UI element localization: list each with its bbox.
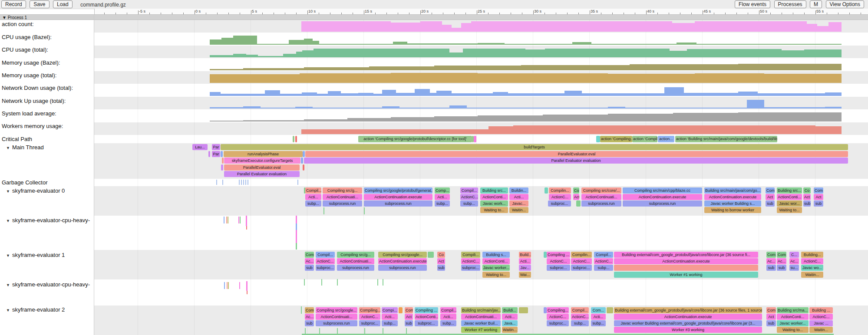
trace-mark[interactable] <box>377 279 378 286</box>
trace-bar[interactable]: Building s... <box>482 252 510 258</box>
trace-bar[interactable] <box>545 187 548 194</box>
trace-bar[interactable]: Com <box>766 252 776 258</box>
counter-cpu-bazel-graph[interactable] <box>0 33 868 46</box>
trace-bar[interactable] <box>596 136 600 142</box>
trace-bar[interactable] <box>607 307 613 313</box>
trace-bar[interactable]: subproc... <box>359 320 380 326</box>
trace-mark[interactable] <box>240 217 241 223</box>
trace-bar[interactable]: Com <box>305 307 314 313</box>
trace-bar[interactable]: Wai... <box>519 272 531 278</box>
row-label[interactable]: ▼skyframe-evaluator 0 <box>2 187 65 194</box>
save-button[interactable]: Save <box>30 0 49 8</box>
trace-bar[interactable]: ParallelEvaluator.eval <box>224 164 300 171</box>
trace-bar[interactable]: subp... <box>435 200 450 207</box>
trace-mark[interactable] <box>296 230 297 243</box>
trace-bar[interactable] <box>544 307 547 313</box>
trace-bar[interactable]: Act <box>766 194 775 200</box>
trace-mark[interactable] <box>239 180 240 185</box>
trace-bar[interactable]: Build... <box>519 252 531 258</box>
trace-bar[interactable]: Compiling ... <box>415 307 438 313</box>
trace-bar[interactable] <box>474 136 476 142</box>
trace-bar[interactable]: Building src... <box>480 187 508 194</box>
trace-bar[interactable]: Waiting to... <box>480 207 508 213</box>
trace-bar[interactable]: C... <box>789 252 799 258</box>
trace-bar[interactable]: Compil... <box>440 307 456 313</box>
trace-mark[interactable] <box>304 279 305 286</box>
trace-bar[interactable] <box>428 252 434 258</box>
trace-bar[interactable]: ActionConti... <box>415 314 438 320</box>
trace-bar[interactable]: Compiling src/google/protobuf/generat... <box>364 187 432 194</box>
trace-bar[interactable]: Javac worker Building external/com_googl… <box>614 320 762 326</box>
row-label[interactable]: ▼skyframe-evaluator-cpu-heavy- <box>2 281 90 288</box>
trace-bar[interactable]: Waitin... <box>509 207 528 213</box>
trace-bar[interactable]: subproc... <box>316 265 335 271</box>
trace-bar[interactable]: ParallelEvaluator.eval <box>305 151 848 157</box>
process-header[interactable]: ▼ Process 1 <box>0 14 868 20</box>
trace-bar[interactable]: ActionC... <box>547 258 570 264</box>
trace-bar[interactable]: subprocess.run <box>581 200 621 207</box>
trace-bar[interactable]: subprocess.run <box>623 200 702 207</box>
trace-bar[interactable]: ActionContinuation.execute <box>364 194 432 200</box>
trace-mark[interactable] <box>216 180 217 185</box>
trace-bar[interactable]: Acti... <box>502 314 518 320</box>
trace-bar[interactable]: Building external/com_google_protobuf/ja… <box>614 307 762 313</box>
trace-bar[interactable]: buildTargets <box>221 144 848 150</box>
trace-bar[interactable]: Co <box>437 252 445 258</box>
trace-bar[interactable]: Acti... <box>440 314 456 320</box>
trace-bar[interactable]: Com <box>766 307 776 313</box>
trace-bar[interactable]: Ac... <box>305 314 314 320</box>
trace-bar[interactable]: ActionConti... <box>777 194 802 200</box>
trace-bar[interactable]: ActionC... <box>809 314 833 320</box>
trace-bar[interactable]: Compi... <box>382 307 398 313</box>
trace-mark[interactable] <box>296 223 297 230</box>
trace-bar[interactable]: Par <box>212 151 220 157</box>
trace-bar[interactable]: ActionConti... <box>480 194 508 200</box>
collapse-arrow[interactable]: ▼ <box>6 308 10 312</box>
trace-bar[interactable] <box>303 151 305 157</box>
trace-mark[interactable] <box>406 328 407 334</box>
row-label[interactable]: ▼Main Thread <box>2 144 44 151</box>
trace-bar[interactable]: Ac... <box>305 258 314 264</box>
trace-mark[interactable] <box>323 207 324 214</box>
trace-mark[interactable] <box>321 279 322 286</box>
trace-mark[interactable] <box>228 217 228 223</box>
trace-bar[interactable]: sub <box>305 320 314 326</box>
trace-bar[interactable]: sub <box>437 265 445 271</box>
trace-bar[interactable]: Compiling src/google... <box>378 252 427 258</box>
trace-bar[interactable]: Compiling src/g... <box>337 252 374 258</box>
trace-bar[interactable]: sub <box>803 200 811 207</box>
trace-bar[interactable]: Act <box>437 258 445 264</box>
trace-bar[interactable]: Java... <box>502 320 518 326</box>
trace-bar[interactable]: Acti... <box>382 314 398 320</box>
trace-bar[interactable]: ActionContinuation.execute <box>614 314 762 320</box>
view-options-button[interactable]: View Options <box>826 0 864 8</box>
trace-bar[interactable] <box>519 307 528 313</box>
trace-bar[interactable]: ActionC... <box>594 258 613 264</box>
trace-bar[interactable]: subproc... <box>547 265 570 271</box>
trace-bar[interactable]: ActionC... <box>316 258 335 264</box>
trace-mark[interactable] <box>227 282 228 289</box>
trace-bar[interactable]: subp... <box>571 320 589 326</box>
trace-bar[interactable]: Compilin... <box>571 252 592 258</box>
trace-bar[interactable]: subp... <box>305 200 321 207</box>
trace-bar[interactable]: Javac worker... <box>777 320 809 326</box>
trace-bar[interactable]: ActionContinuati... <box>337 258 374 264</box>
trace-bar[interactable]: action 'Building src/main/java/com/googl… <box>675 136 777 142</box>
trace-bar[interactable]: subprocess.run <box>316 320 357 326</box>
counter-mem-total-graph[interactable] <box>0 71 868 84</box>
trace-bar[interactable]: Com <box>766 187 775 194</box>
trace-mark[interactable] <box>238 217 239 223</box>
trace-mark[interactable] <box>246 216 247 226</box>
trace-bar[interactable]: subproc... <box>547 320 569 326</box>
trace-bar[interactable] <box>208 151 210 157</box>
trace-bar[interactable]: Building src/ma... <box>777 307 809 313</box>
trace-mark[interactable] <box>245 180 246 185</box>
trace-bar[interactable]: Worker #7 working <box>461 327 501 333</box>
trace-mark[interactable] <box>243 180 244 185</box>
trace-bar[interactable]: ActionContinuation.execute <box>378 258 427 264</box>
trace-bar[interactable]: Javac... <box>509 200 528 207</box>
counter-system-load-graph[interactable] <box>0 109 868 122</box>
collapse-arrow[interactable]: ▼ <box>6 253 10 258</box>
trace-bar[interactable]: sub <box>405 320 413 326</box>
trace-bar[interactable]: Parallel Evaluator evaluation <box>224 171 300 177</box>
